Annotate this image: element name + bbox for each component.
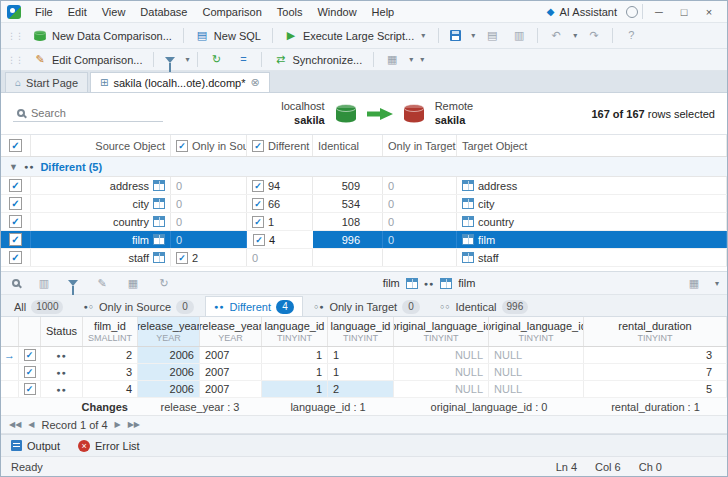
row-checkbox[interactable] <box>24 366 36 378</box>
row-select-header[interactable] <box>19 317 41 346</box>
data-row[interactable]: ●● 3 2006 2007 1 1 NULL NULL 7 <box>1 364 727 381</box>
view-mode-button[interactable]: ▦ <box>682 274 706 292</box>
last-record-button[interactable]: ▶▶ <box>128 420 140 429</box>
save-button[interactable] <box>445 28 466 43</box>
table-row[interactable]: country 0 1 108 0 country <box>1 213 727 231</box>
chevron-down-icon[interactable]: ▾ <box>419 31 427 40</box>
select-all-checkbox[interactable] <box>9 139 22 152</box>
menu-edit[interactable]: Edit <box>61 3 94 21</box>
first-record-button[interactable]: ◀◀ <box>9 420 21 429</box>
new-sql-button[interactable]: ▤ New SQL <box>190 27 266 45</box>
close-button[interactable]: × <box>697 4 721 20</box>
different-cell-editor[interactable]: 4 <box>247 231 313 248</box>
row-checkbox[interactable] <box>9 197 22 210</box>
tab-sakila-dcomp[interactable]: ⊞ sakila (localh...ote).dcomp* ⊗ <box>90 72 270 92</box>
export-button[interactable]: ▦ <box>121 274 145 292</box>
column-language-id-target[interactable]: language_idTINYINT <box>328 317 394 346</box>
sync-checkbox[interactable] <box>252 198 264 210</box>
tab-only-in-target[interactable]: ○● Only in Target 0 <box>305 296 429 316</box>
group-row-different[interactable]: ▼ ●● Different (5) <box>1 157 727 177</box>
edit-comparison-button[interactable]: ✎ Edit Comparison... <box>28 51 147 69</box>
filter-button[interactable] <box>160 55 180 65</box>
only-in-source-checkbox[interactable] <box>176 140 188 152</box>
next-record-button[interactable]: ▶ <box>115 420 121 429</box>
sync-checkbox[interactable] <box>253 234 265 246</box>
column-language-id-source[interactable]: language_idTINYINT <box>262 317 328 346</box>
output-panel-button[interactable]: Output <box>11 440 60 452</box>
edit-data-button[interactable]: ✎ <box>90 274 114 292</box>
layout-dropdown-icon[interactable]: ▾ <box>407 55 415 64</box>
row-checkbox[interactable] <box>9 251 22 264</box>
menu-tools[interactable]: Tools <box>270 3 310 21</box>
view-mode-dropdown-icon[interactable]: ▾ <box>713 279 721 288</box>
sync-checkbox[interactable] <box>176 252 188 264</box>
column-original-language-id-source[interactable]: original_language_idTINYINT <box>394 317 489 346</box>
row-checkbox[interactable] <box>9 179 22 192</box>
tab-identical[interactable]: ○○ Identical 996 <box>431 296 537 316</box>
help-button[interactable]: ? <box>619 27 643 45</box>
toolbar-grip[interactable]: ⋮⋮ <box>7 31 23 41</box>
account-icon[interactable] <box>626 6 638 18</box>
collapse-chevron-icon[interactable]: ▼ <box>9 162 18 172</box>
maximize-button[interactable]: □ <box>672 4 696 20</box>
execute-large-script-button[interactable]: ▶ Execute Large Script... ▾ <box>279 27 432 45</box>
column-only-in-target[interactable]: Only in Target <box>383 135 457 156</box>
column-different[interactable]: Different <box>247 135 313 156</box>
search-box[interactable] <box>13 105 163 122</box>
column-target-object[interactable]: Target Object <box>457 135 727 156</box>
close-tab-icon[interactable]: ⊗ <box>250 76 259 89</box>
column-source-object[interactable]: Source Object <box>31 135 171 156</box>
filter-dropdown-icon[interactable]: ▾ <box>183 55 191 64</box>
menu-help[interactable]: Help <box>365 3 402 21</box>
synchronize-button[interactable]: ⇄ Synchronize... <box>268 51 367 69</box>
data-row[interactable]: ●● 4 2006 2007 1 2 NULL NULL 5 <box>1 381 727 398</box>
row-checkbox[interactable] <box>24 349 36 361</box>
tab-different[interactable]: ●● Different 4 <box>205 296 303 316</box>
menu-window[interactable]: Window <box>310 3 363 21</box>
refresh-button[interactable]: ↻ <box>204 51 228 69</box>
row-checkbox[interactable] <box>24 383 36 395</box>
redo-button[interactable]: ↷ <box>582 27 606 45</box>
table-row-selected[interactable]: film 0 4 996 0 film <box>1 231 727 249</box>
tab-start-page[interactable]: ⌂ Start Page <box>5 72 88 92</box>
previous-record-button[interactable]: ◀ <box>28 420 34 429</box>
ai-assistant-button[interactable]: ◆ AI Assistant <box>547 6 617 18</box>
find-button[interactable] <box>7 277 25 289</box>
column-picker-button[interactable]: ▥ <box>32 274 56 292</box>
table-row[interactable]: address 0 94 509 0 address <box>1 177 727 195</box>
row-checkbox[interactable] <box>9 215 22 228</box>
row-checkbox[interactable] <box>9 233 22 246</box>
search-input[interactable] <box>31 107 151 119</box>
column-original-language-id-target[interactable]: original_language_idTINYINT <box>489 317 584 346</box>
column-rental-duration[interactable]: rental_durationTINYINT <box>584 317 727 346</box>
menu-database[interactable]: Database <box>133 3 194 21</box>
select-all-cell[interactable] <box>1 135 31 156</box>
menu-file[interactable]: File <box>28 3 60 21</box>
sync-checkbox[interactable] <box>252 180 264 192</box>
different-checkbox[interactable] <box>252 140 264 152</box>
toolbar-grip-2[interactable]: ⋮⋮ <box>7 55 23 65</box>
new-data-comparison-button[interactable]: New Data Comparison... <box>28 28 177 44</box>
column-film-id[interactable]: film_idSMALLINT <box>83 317 138 346</box>
print-button[interactable]: ▥ <box>507 27 531 45</box>
data-filter-button[interactable] <box>63 278 83 288</box>
tab-only-in-source[interactable]: ●○ Only in Source 0 <box>74 296 203 316</box>
table-row[interactable]: city 0 66 534 0 city <box>1 195 727 213</box>
data-row[interactable]: → ●● 2 2006 2007 1 1 NULL NULL 3 <box>1 347 727 364</box>
column-only-in-source[interactable]: Only in Source <box>171 135 247 156</box>
column-status[interactable]: Status <box>41 317 83 346</box>
column-identical[interactable]: Identical <box>313 135 383 156</box>
compare-again-button[interactable]: = <box>231 51 255 69</box>
column-release-year-target[interactable]: release_yearYEAR <box>200 317 262 346</box>
tab-all[interactable]: All 1000 <box>5 296 72 316</box>
table-row[interactable]: staff 2 0 staff <box>1 249 727 267</box>
sync-checkbox[interactable] <box>252 216 264 228</box>
menu-comparison[interactable]: Comparison <box>195 3 268 21</box>
undo-dropdown-icon[interactable]: ▾ <box>571 31 579 40</box>
error-list-panel-button[interactable]: Error List <box>78 440 140 452</box>
minimize-button[interactable]: ─ <box>647 4 671 20</box>
column-release-year-source[interactable]: release_yearYEAR <box>138 317 200 346</box>
toolbar-overflow-icon[interactable]: ▾ <box>418 55 426 64</box>
layout-button[interactable]: ▦ <box>380 51 404 69</box>
undo-button[interactable]: ↶ <box>544 27 568 45</box>
